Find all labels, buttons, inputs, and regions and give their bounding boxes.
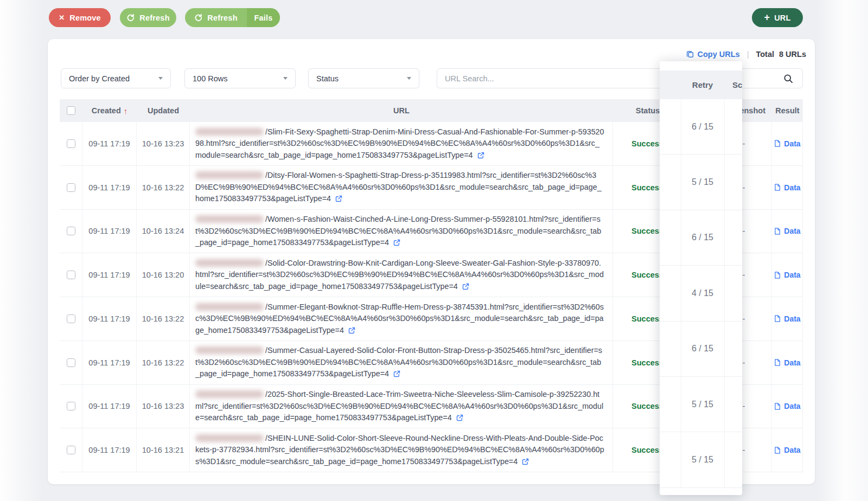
row-checkbox[interactable] <box>67 227 75 235</box>
external-link-icon[interactable] <box>348 326 356 335</box>
copy-urls-label: Copy URLs <box>698 50 740 59</box>
redacted-domain-blur <box>195 434 264 442</box>
total-value: 8 URLs <box>779 50 806 59</box>
total-label: Total <box>756 50 774 59</box>
data-link-label: Data <box>784 358 800 367</box>
file-icon <box>774 271 781 279</box>
ghost-retry-value: 5 / 15 <box>681 377 724 432</box>
data-link[interactable]: Data <box>774 314 800 323</box>
row-checkbox[interactable] <box>67 183 75 192</box>
created-cell: 09-11 17:19 <box>82 385 137 428</box>
external-link-icon[interactable] <box>335 195 343 203</box>
copy-icon <box>686 50 694 59</box>
file-icon <box>774 358 781 367</box>
updated-cell: 10-16 13:20 <box>137 253 190 297</box>
select-all-checkbox[interactable] <box>67 106 75 115</box>
data-link-label: Data <box>784 402 800 410</box>
refresh-fails-fails-segment[interactable]: Fails <box>247 8 280 27</box>
row-checkbox[interactable] <box>67 139 75 148</box>
ghost-retry-value: 4 / 15 <box>681 266 724 320</box>
data-link[interactable]: Data <box>774 227 800 235</box>
x-icon: ✕ <box>59 14 65 21</box>
file-icon <box>774 446 781 454</box>
refresh-fails-button[interactable]: Refresh Fails <box>185 8 280 27</box>
url-cell: /Ditsy-Floral-Women-s-Spaghetti-Strap-Dr… <box>190 166 613 209</box>
updated-cell: 10-16 13:22 <box>137 166 190 209</box>
created-cell: 09-11 17:19 <box>82 166 137 209</box>
row-checkbox[interactable] <box>67 446 75 454</box>
updated-cell: 10-16 13:23 <box>137 385 190 428</box>
external-link-icon[interactable] <box>456 414 464 422</box>
ghost-row: 5 / 15 <box>660 377 742 432</box>
refresh-fails-refresh-label: Refresh <box>207 14 237 22</box>
url-search-input[interactable] <box>437 69 802 88</box>
refresh-fails-refresh-segment[interactable]: Refresh <box>185 8 247 27</box>
data-link[interactable]: Data <box>774 446 800 454</box>
ghost-row: 5 / 15 <box>660 432 742 487</box>
ghost-retry-value: 5 / 15 <box>681 432 724 487</box>
external-link-icon[interactable] <box>393 370 401 378</box>
row-checkbox[interactable] <box>67 314 75 323</box>
redacted-domain-blur <box>195 303 264 311</box>
column-header-result: Result <box>772 106 803 115</box>
ghost-header: Retry Screenshot <box>660 70 742 99</box>
right-edge-gradient <box>816 0 868 501</box>
add-url-button[interactable]: + URL <box>752 8 803 27</box>
data-link-label: Data <box>784 139 800 148</box>
summary-separator: | <box>747 50 749 59</box>
data-link[interactable]: Data <box>774 271 800 279</box>
updated-cell: 10-16 13:24 <box>137 210 190 253</box>
row-checkbox[interactable] <box>67 271 75 279</box>
remove-button-label: Remove <box>69 14 101 22</box>
copy-urls-link[interactable]: Copy URLs <box>686 50 740 59</box>
created-cell: 09-11 17:19 <box>82 122 137 165</box>
search-icon[interactable] <box>783 73 794 84</box>
status-filter-select-value: Status <box>316 74 339 83</box>
ghost-screenshot-header: Screenshot <box>732 70 742 99</box>
url-cell: /SHEIN-LUNE-Solid-Color-Short-Sleeve-Rou… <box>190 428 613 472</box>
file-icon <box>774 402 781 410</box>
external-link-icon[interactable] <box>462 282 470 291</box>
plus-icon: + <box>764 12 770 22</box>
created-cell: 09-11 17:19 <box>82 428 137 472</box>
ghost-row: 6 / 15 <box>660 322 742 377</box>
created-cell: 09-11 17:19 <box>82 253 137 297</box>
data-link-label: Data <box>784 183 800 192</box>
external-link-icon[interactable] <box>521 458 529 466</box>
data-link[interactable]: Data <box>774 402 800 410</box>
summary-row: Copy URLs | Total 8 URLs <box>686 48 806 61</box>
row-checkbox[interactable] <box>67 402 75 410</box>
column-header-created[interactable]: Created ↑ <box>82 106 137 115</box>
data-link-label: Data <box>784 314 800 323</box>
data-link[interactable]: Data <box>774 358 800 367</box>
left-edge-gradient <box>0 0 43 501</box>
created-cell: 09-11 17:19 <box>82 210 137 253</box>
chevron-down-icon <box>407 77 411 80</box>
row-checkbox[interactable] <box>67 358 75 367</box>
data-link[interactable]: Data <box>774 139 800 148</box>
remove-button[interactable]: ✕ Remove <box>49 8 111 27</box>
url-cell: /Solid-Color-Drawstring-Bow-Knit-Cardiga… <box>190 253 613 297</box>
column-header-updated: Updated <box>137 106 190 115</box>
chevron-down-icon <box>158 77 163 80</box>
url-search-box <box>437 68 803 88</box>
created-header-label: Created <box>92 106 121 115</box>
redacted-domain-blur <box>195 346 264 354</box>
add-url-button-label: URL <box>774 14 790 22</box>
ghost-retry-value: 5 / 15 <box>681 155 724 209</box>
data-link-label: Data <box>784 446 800 454</box>
data-link[interactable]: Data <box>774 183 800 192</box>
refresh-button[interactable]: Refresh <box>120 8 176 27</box>
ghost-body: 6 / 15 5 / 15 6 / 15 4 / 15 6 / 15 5 / 1… <box>660 99 742 488</box>
external-link-icon[interactable] <box>393 239 401 247</box>
external-link-icon[interactable] <box>477 151 485 159</box>
order-by-select[interactable]: Order by Created <box>61 68 171 88</box>
status-filter-select[interactable]: Status <box>308 68 419 88</box>
refresh-button-label: Refresh <box>139 14 169 22</box>
retry-column-drag-ghost[interactable]: Retry Screenshot 6 / 15 5 / 15 6 / 15 4 … <box>660 61 742 495</box>
rows-per-page-select-value: 100 Rows <box>193 74 227 83</box>
url-cell: /2025-Short-Single-Breasted-Lace-Trim-Sw… <box>190 385 613 428</box>
redacted-domain-blur <box>195 390 264 398</box>
rows-per-page-select[interactable]: 100 Rows <box>184 68 296 88</box>
ghost-row: 6 / 15 <box>660 99 742 155</box>
